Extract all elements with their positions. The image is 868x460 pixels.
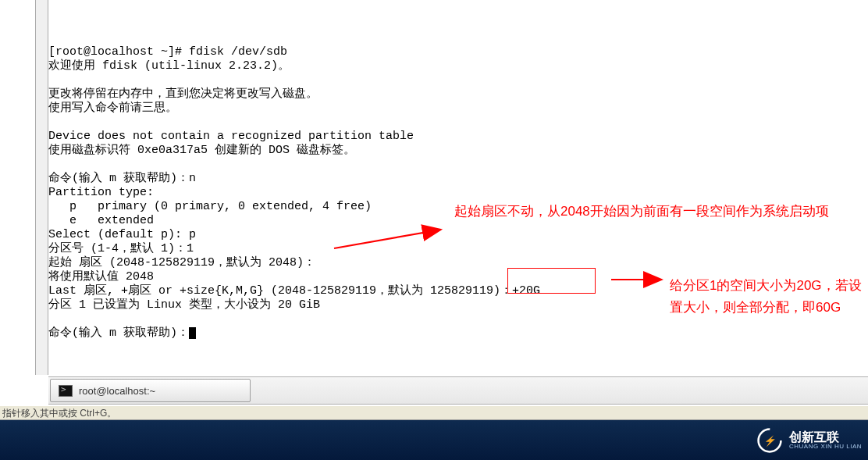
terminal-line: 欢迎使用 fdisk (util-linux 2.23.2)。 [48,59,868,73]
vertical-scrollbar[interactable] [35,0,48,375]
brand-name-cn: 创新互联 [789,430,862,444]
terminal-icon [59,385,73,397]
brand-logo-icon [756,427,783,454]
terminal-line: 使用磁盘标识符 0xe0a317a5 创建新的 DOS 磁盘标签。 [48,144,868,158]
terminal-line: 命令(输入 m 获取帮助)： [48,326,868,341]
terminal-line: 起始 扇区 (2048-125829119，默认为 2048)： [48,256,868,270]
terminal-line [48,158,868,172]
annotation-partition-size: 给分区1的空间大小为20G，若设置大小，则全部分配，即60G [670,275,865,319]
brand-footer: 创新互联 CHUANG XIN HU LIAN [0,420,868,460]
terminal-line: Select (default p): p [48,228,868,242]
terminal-line [48,31,868,45]
terminal-line: 使用写入命令前请三思。 [48,102,868,116]
highlight-box-size-input [507,268,596,294]
hint-text: 指针移入其中或按 Ctrl+G。 [2,408,116,419]
terminal-line: 分区号 (1-4，默认 1)：1 [48,242,868,256]
terminal-line [48,73,868,87]
brand-block: 创新互联 CHUANG XIN HU LIAN [756,426,862,455]
terminal-cursor [189,327,196,339]
vm-taskbar: root@localhost:~ [48,376,868,405]
terminal-line: Partition type: [48,186,868,200]
vm-hint-bar: 指针移入其中或按 Ctrl+G。 [0,406,868,420]
terminal-line: [root@localhost ~]# fdisk /dev/sdb [48,45,868,59]
taskbar-item-label: root@localhost:~ [79,385,155,397]
annotation-start-sector: 起始扇区不动，从2048开始因为前面有一段空间作为系统启动项 [454,201,848,222]
terminal-line [48,116,868,130]
terminal-line: Device does not contain a recognized par… [48,130,868,144]
brand-name-en: CHUANG XIN HU LIAN [789,444,862,451]
terminal-line: 命令(输入 m 获取帮助)：n [48,172,868,186]
terminal-line: 更改将停留在内存中，直到您决定将更改写入磁盘。 [48,87,868,102]
taskbar-item-terminal[interactable]: root@localhost:~ [50,379,251,402]
